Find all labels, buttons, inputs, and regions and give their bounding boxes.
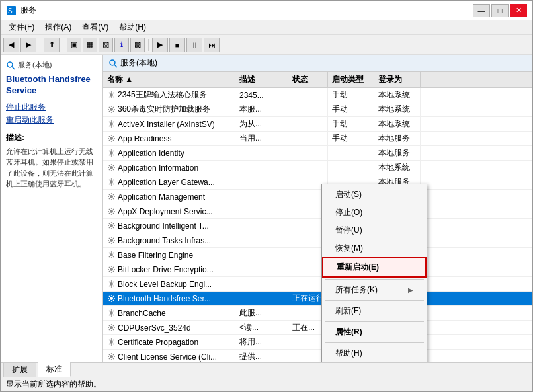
svg-point-8 bbox=[110, 122, 113, 126]
status-text: 显示当前所选内容的帮助。 bbox=[6, 379, 101, 390]
cell-desc bbox=[235, 233, 288, 247]
cell-name: Bluetooth Handsfree Ser... bbox=[103, 292, 235, 305]
toolbar-forward[interactable]: ▶ bbox=[20, 38, 36, 52]
col-desc[interactable]: 描述 bbox=[235, 72, 288, 87]
svg-text:S: S bbox=[8, 7, 13, 15]
context-help[interactable]: 帮助(H) bbox=[322, 344, 427, 362]
menu-file[interactable]: 文件(F) bbox=[3, 20, 40, 34]
right-panel: 服务(本地) 名称 ▲ 描述 状态 启动类型 登录为 2345王牌输入法核心服务… bbox=[103, 55, 532, 362]
table-row[interactable]: CDPUserSvc_3524d <读... 正在... 自动 本地系统 bbox=[103, 321, 532, 335]
toolbar-btn5[interactable]: ▩ bbox=[130, 38, 145, 52]
table-row[interactable]: Certificate Propagation 将用... 手动 本地系统 bbox=[103, 335, 532, 350]
col-startup[interactable]: 启动类型 bbox=[328, 72, 374, 87]
title-bar-left: S 服务 bbox=[6, 5, 36, 16]
tab-standard[interactable]: 标准 bbox=[38, 362, 71, 377]
table-row[interactable]: Application Layer Gatewa... 本地服务 bbox=[103, 175, 532, 190]
tab-expand[interactable]: 扩展 bbox=[3, 362, 36, 377]
menu-view[interactable]: 查看(V) bbox=[77, 20, 114, 34]
cell-desc: 为从... bbox=[235, 117, 288, 131]
cell-desc: 将用... bbox=[235, 335, 288, 349]
table-row[interactable]: Application Identity 本地服务 bbox=[103, 146, 532, 161]
cell-status bbox=[288, 146, 328, 160]
maximize-button[interactable]: □ bbox=[491, 4, 509, 17]
minimize-button[interactable]: — bbox=[473, 4, 490, 17]
cell-desc: 此服... bbox=[235, 306, 288, 320]
col-name[interactable]: 名称 ▲ bbox=[103, 72, 235, 87]
toolbar-stop[interactable]: ■ bbox=[169, 38, 185, 52]
cell-name: Background Intelligent T... bbox=[103, 219, 235, 233]
close-button[interactable]: ✕ bbox=[510, 4, 527, 17]
table-row[interactable]: App Readiness 当用... 手动 本地服务 bbox=[103, 132, 532, 146]
context-properties[interactable]: 属性(R) bbox=[322, 323, 427, 341]
cell-desc bbox=[235, 248, 288, 262]
svg-point-7 bbox=[110, 108, 113, 111]
cell-desc bbox=[235, 146, 288, 160]
toolbar-restart[interactable]: ⏭ bbox=[204, 38, 220, 52]
toolbar-btn3[interactable]: ▧ bbox=[99, 38, 113, 52]
context-restart[interactable]: 重新启动(E) bbox=[322, 257, 427, 278]
context-sep-1 bbox=[325, 279, 424, 280]
right-panel-header: 服务(本地) bbox=[103, 55, 532, 72]
toolbar-btn4[interactable]: ℹ bbox=[114, 38, 129, 52]
toolbar-show-hide[interactable]: ▣ bbox=[67, 38, 81, 52]
main-window: S 服务 — □ ✕ 文件(F) 操作(A) 查看(V) 帮助(H) ◀ ▶ ⬆… bbox=[0, 0, 533, 392]
cell-startup bbox=[328, 146, 374, 160]
context-stop[interactable]: 停止(O) bbox=[322, 204, 427, 221]
context-sep-2 bbox=[325, 300, 424, 301]
svg-point-11 bbox=[110, 166, 113, 169]
table-row[interactable]: AppX Deployment Servic... 本地系统 bbox=[103, 204, 532, 219]
table-row[interactable]: ActiveX Installer (AxInstSV) 为从... 手动 本地… bbox=[103, 117, 532, 132]
svg-point-14 bbox=[110, 210, 113, 213]
stop-service-link[interactable]: 停止此服务 bbox=[6, 102, 97, 113]
table-row[interactable]: BranchCache 此服... 手动 网络服务 bbox=[103, 306, 532, 321]
cell-name: Block Level Backup Engi... bbox=[103, 277, 235, 291]
restart-service-link[interactable]: 重启动此服务 bbox=[6, 114, 97, 126]
table-row[interactable]: 2345王牌输入法核心服务 2345... 手动 本地系统 bbox=[103, 88, 532, 102]
services-table[interactable]: 名称 ▲ 描述 状态 启动类型 登录为 2345王牌输入法核心服务 2345..… bbox=[103, 72, 532, 362]
table-row[interactable]: Client License Service (Cli... 提供... 手动(… bbox=[103, 350, 532, 362]
table-row[interactable]: Block Level Backup Engi... 本地系统 bbox=[103, 277, 532, 292]
table-row[interactable]: Background Intelligent T... 本地系统 bbox=[103, 219, 532, 233]
toolbar-sep-1 bbox=[40, 39, 40, 51]
table-row[interactable]: Base Filtering Engine 本地服务 bbox=[103, 248, 532, 262]
cell-login: 本地系统 bbox=[374, 117, 421, 131]
svg-point-10 bbox=[110, 151, 113, 155]
col-login[interactable]: 登录为 bbox=[374, 72, 421, 87]
cell-startup: 手动 bbox=[328, 132, 374, 145]
context-resume[interactable]: 恢复(M) bbox=[322, 239, 427, 257]
svg-point-2 bbox=[7, 62, 13, 67]
context-pause[interactable]: 暂停(U) bbox=[322, 221, 427, 239]
table-header: 名称 ▲ 描述 状态 启动类型 登录为 bbox=[103, 72, 532, 88]
toolbar-sep-3 bbox=[148, 39, 149, 51]
table-row[interactable]: BitLocker Drive Encryptio... 本地系统 bbox=[103, 262, 532, 277]
gear-icon bbox=[107, 120, 116, 128]
main-content: 服务(本地) Bluetooth Handsfree Service 停止此服务… bbox=[1, 55, 532, 362]
context-refresh[interactable]: 刷新(F) bbox=[322, 302, 427, 320]
gear-icon bbox=[107, 251, 116, 259]
selected-service-name: Bluetooth Handsfree Service bbox=[6, 74, 97, 97]
table-row[interactable]: Application Management 本地系统 bbox=[103, 190, 532, 204]
cell-login: 本地服务 bbox=[374, 146, 421, 160]
menu-action[interactable]: 操作(A) bbox=[40, 20, 77, 34]
left-panel-header: 服务(本地) bbox=[6, 60, 97, 70]
table-row[interactable]: Application Information 本地系统 bbox=[103, 161, 532, 175]
toolbar-up[interactable]: ⬆ bbox=[44, 38, 60, 52]
context-all-tasks[interactable]: 所有任务(K) ▶ bbox=[322, 281, 427, 299]
cell-name: Base Filtering Engine bbox=[103, 248, 235, 262]
menu-help[interactable]: 帮助(H) bbox=[114, 20, 151, 34]
cell-name: Application Management bbox=[103, 190, 235, 204]
toolbar-play[interactable]: ▶ bbox=[152, 38, 168, 52]
table-row[interactable]: 360杀毒实时防护加载服务 本服... 手动 本地系统 bbox=[103, 102, 532, 117]
cell-status bbox=[288, 161, 328, 175]
toolbar-back[interactable]: ◀ bbox=[3, 38, 19, 52]
gear-icon bbox=[107, 309, 116, 317]
cell-desc bbox=[235, 161, 288, 175]
table-body: 2345王牌输入法核心服务 2345... 手动 本地系统 360杀毒实时防护加… bbox=[103, 88, 532, 362]
cell-desc bbox=[235, 292, 288, 305]
context-start[interactable]: 启动(S) bbox=[322, 186, 427, 204]
toolbar-pause[interactable]: ⏸ bbox=[186, 38, 202, 52]
toolbar-btn2[interactable]: ▦ bbox=[83, 38, 97, 52]
table-row[interactable]: Bluetooth Handsfree Ser... 正在运行 自动(触发...… bbox=[103, 292, 532, 306]
table-row[interactable]: Background Tasks Infras... 本地系统 bbox=[103, 233, 532, 248]
col-status[interactable]: 状态 bbox=[288, 72, 328, 87]
